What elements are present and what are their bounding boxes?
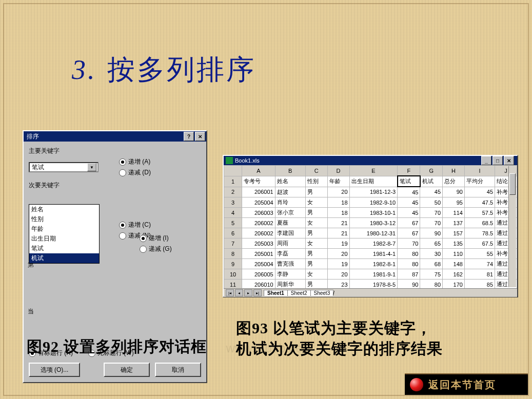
row-number[interactable]: 4 [224,208,242,218]
header-cell[interactable]: 机试 [420,176,443,187]
cell[interactable]: 女 [305,218,327,228]
cell[interactable]: 1978-8-5 [349,280,398,289]
cell[interactable]: 157 [443,228,465,238]
cell[interactable]: 206010 [242,280,275,289]
cell[interactable]: 206005 [242,269,275,280]
col-header[interactable]: H [443,166,465,176]
cell[interactable]: 1982-8-1 [349,259,398,269]
cell[interactable]: 78.5 [464,228,495,238]
cell[interactable]: 曹克强 [275,259,305,269]
help-button[interactable]: ? [184,132,194,141]
cell[interactable]: 65 [420,238,443,249]
tab-nav-next[interactable]: ▸ [244,289,252,296]
tab-sheet2[interactable]: Sheet2 [287,290,311,296]
option-written[interactable]: 笔试 [29,244,99,253]
cell[interactable]: 205003 [242,238,275,249]
row-number[interactable]: 5 [224,218,242,228]
cell[interactable]: 李静 [275,269,305,280]
cell[interactable]: 20 [327,269,349,280]
row-number[interactable]: 6 [224,228,242,238]
option-computer[interactable]: 机试 [29,253,99,263]
tab-nav-first[interactable]: |◂ [226,289,234,296]
cell[interactable]: 87 [398,269,420,280]
cell[interactable]: 80 [398,259,420,269]
close-button[interactable]: ✕ [195,132,205,141]
cell[interactable]: 67 [398,218,420,228]
cell[interactable]: 男 [305,249,327,259]
cell[interactable]: 162 [443,269,465,280]
cell[interactable]: 137 [443,218,465,228]
cell[interactable]: 1982-8-7 [349,238,398,249]
cell[interactable]: 21 [327,228,349,238]
cell[interactable]: 21 [327,218,349,228]
cell[interactable]: 55 [464,249,495,259]
cell[interactable]: 20 [327,249,349,259]
cell[interactable]: 23 [327,280,349,289]
cell[interactable]: 18 [327,208,349,218]
col-header[interactable]: F [398,166,420,176]
cell[interactable]: 47.5 [464,197,495,208]
ok-button[interactable]: 确定 [104,363,150,377]
cell[interactable]: 67.5 [464,238,495,249]
header-cell[interactable]: 性别 [305,176,327,187]
cell[interactable]: 90 [398,280,420,289]
cell[interactable]: 205004 [242,259,275,269]
cell[interactable]: 周新华 [275,280,305,289]
cell[interactable]: 81 [464,269,495,280]
cell[interactable]: 45 [420,187,443,197]
minimize-button[interactable]: _ [481,156,491,165]
row-number[interactable]: 2 [224,187,242,197]
header-cell[interactable]: 总分 [443,176,465,187]
cell[interactable]: 30 [420,249,443,259]
row-number[interactable]: 1 [224,176,242,187]
cell[interactable]: 1980-12-31 [349,228,398,238]
cell[interactable]: 50 [420,197,443,208]
cell[interactable]: 1980-3-12 [349,218,398,228]
cell[interactable]: 李建国 [275,228,305,238]
cell[interactable]: 70 [420,218,443,228]
cell[interactable]: 1983-10-1 [349,208,398,218]
option-gender[interactable]: 性别 [29,214,99,224]
header-cell[interactable]: 平均分 [464,176,495,187]
cell[interactable]: 70 [420,208,443,218]
primary-ascending-radio[interactable]: 递增 (A) [119,157,151,166]
cell[interactable]: 206003 [242,208,275,218]
cell[interactable]: 周雨 [275,238,305,249]
cell[interactable]: 45 [464,187,495,197]
cell[interactable]: 90 [420,228,443,238]
cell[interactable]: 1981-12-3 [349,187,398,197]
row-number[interactable]: 8 [224,249,242,259]
cell[interactable]: 肖玲 [275,197,305,208]
tab-sheet1[interactable]: Sheet1 [264,290,288,296]
col-header[interactable]: A [242,166,275,176]
option-birth[interactable]: 出生日期 [29,234,99,244]
col-header[interactable]: G [420,166,443,176]
cell[interactable]: 赵波 [275,187,305,197]
options-button[interactable]: 选项 (O)... [29,363,80,377]
col-header[interactable] [224,166,242,176]
secondary-ascending-radio[interactable]: 递增 (C) [119,221,151,229]
cell[interactable]: 男 [305,228,327,238]
secondary-key-dropdown[interactable]: 姓名 性别 年龄 出生日期 笔试 机试 [29,204,100,264]
close-button[interactable]: ✕ [504,156,514,165]
cell[interactable]: 男 [305,208,327,218]
cancel-button[interactable]: 取消 [155,363,201,377]
cell[interactable]: 70 [398,238,420,249]
primary-descending-radio[interactable]: 递减 (D) [119,168,151,177]
col-header[interactable]: I [464,166,495,176]
row-number[interactable]: 9 [224,259,242,269]
tab-nav-prev[interactable]: ◂ [235,289,243,296]
chevron-down-icon[interactable]: ▼ [87,163,96,171]
option-age[interactable]: 年龄 [29,224,99,234]
cell[interactable]: 110 [443,249,465,259]
cell[interactable]: 67 [398,228,420,238]
option-name[interactable]: 姓名 [29,205,99,214]
cell[interactable]: 74 [464,259,495,269]
cell[interactable]: 1981-4-1 [349,249,398,259]
cell[interactable]: 205004 [242,197,275,208]
col-header[interactable]: B [275,166,305,176]
third-ascending-radio[interactable]: 递增 (I) [140,234,172,243]
header-cell[interactable]: 姓名 [275,176,305,187]
cell[interactable]: 114 [443,208,465,218]
header-cell[interactable]: 年龄 [327,176,349,187]
